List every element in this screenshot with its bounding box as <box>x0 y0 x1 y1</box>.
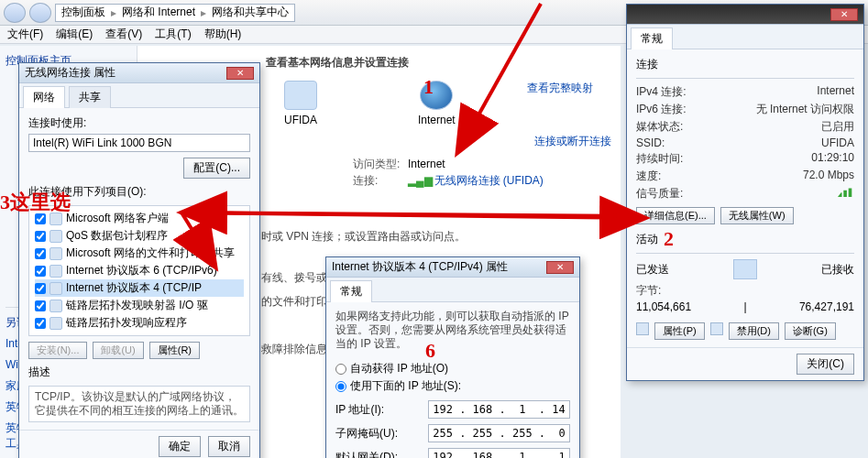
bytes-label: 字节: <box>636 283 661 299</box>
close-icon[interactable]: ✕ <box>226 67 254 80</box>
breadcrumb[interactable]: 控制面板▸ 网络和 Internet▸ 网络和共享中心 <box>55 4 295 22</box>
monitor-icon <box>733 259 757 279</box>
ssid-label: SSID: <box>636 136 665 149</box>
desc-box: TCP/IP。该协议是默认的广域网络协议，它提供在不同的相互连接的网络上的通讯。 <box>28 386 250 422</box>
item-1[interactable]: QoS 数据包计划程序 <box>66 228 168 244</box>
nav-back-button[interactable] <box>4 3 26 23</box>
ipv6-value: 无 Internet 访问权限 <box>756 102 854 117</box>
properties-button[interactable]: 属性(R) <box>149 342 200 359</box>
full-map-link[interactable]: 查看完整映射 <box>527 81 593 96</box>
status-conn-head: 连接 <box>636 57 854 72</box>
chk-2[interactable] <box>35 248 46 259</box>
item-2[interactable]: Microsoft 网络的文件和打印机共享 <box>66 245 235 261</box>
annotation-3: 3这里选 <box>0 189 71 216</box>
tab-general-ipv4[interactable]: 常规 <box>330 280 372 302</box>
ssid-value: UFIDA <box>821 136 854 149</box>
manual-ip-label[interactable]: 使用下面的 IP 地址(S): <box>350 378 461 394</box>
shield-icon-2 <box>710 322 723 335</box>
recv-label: 已接收 <box>821 262 854 278</box>
signal-bars-icon <box>838 186 854 197</box>
item-3[interactable]: Internet 协议版本 6 (TCP/IPv6) <box>66 263 217 278</box>
chk-6[interactable] <box>35 318 46 329</box>
lltd2-icon <box>49 317 62 330</box>
disable-button[interactable]: 禁用(D) <box>729 322 779 340</box>
access-type-value: Internet <box>408 158 445 170</box>
close-icon[interactable]: ✕ <box>546 261 574 274</box>
conn-link[interactable]: 连接或断开连接 <box>534 134 611 149</box>
ipv4-icon <box>49 282 62 295</box>
annotation-1: 1 <box>423 75 434 99</box>
radio-auto-ip[interactable] <box>335 364 346 375</box>
mask-field[interactable] <box>428 424 570 442</box>
ipv4-value: Internet <box>817 84 854 100</box>
qos-icon <box>49 230 62 243</box>
wireless-props-button[interactable]: 无线属性(W) <box>720 207 794 224</box>
dur-value: 01:29:10 <box>811 151 854 167</box>
item-5[interactable]: 链路层拓扑发现映射器 I/O 驱 <box>66 298 208 313</box>
menu-tools[interactable]: 工具(T) <box>155 27 191 42</box>
chk-5[interactable] <box>35 300 46 311</box>
media-label: 媒体状态: <box>636 119 683 135</box>
item-6[interactable]: 链路层拓扑发现响应程序 <box>66 315 187 331</box>
adapter-field[interactable] <box>28 134 250 152</box>
tab-network[interactable]: 网络 <box>23 86 65 108</box>
install-button[interactable]: 安装(N)... <box>28 342 87 359</box>
item-4[interactable]: Internet 协议版本 4 (TCP/IP <box>66 280 202 296</box>
annotation-2: 2 <box>664 227 674 251</box>
media-value: 已启用 <box>821 119 854 135</box>
configure-button[interactable]: 配置(C)... <box>183 158 250 179</box>
close-icon[interactable]: ✕ <box>830 8 858 21</box>
status-props-button[interactable]: 属性(P) <box>654 322 705 340</box>
vpn-text: 时或 VPN 连接；或设置路由器或访问点。 <box>261 229 466 245</box>
radio-manual-ip[interactable] <box>335 381 346 392</box>
spd-label: 速度: <box>636 169 661 184</box>
details-button[interactable]: 详细信息(E)... <box>636 207 715 224</box>
ipv4-label: IPv4 连接: <box>636 84 687 100</box>
spd-value: 72.0 Mbps <box>803 169 854 184</box>
chk-1[interactable] <box>35 231 46 242</box>
gateway-field[interactable] <box>428 448 570 458</box>
nav-fwd-button[interactable] <box>29 3 51 23</box>
node-internet: Internet <box>418 114 456 126</box>
menu-edit[interactable]: 编辑(E) <box>56 27 93 42</box>
menu-help[interactable]: 帮助(H) <box>204 27 242 42</box>
section-title: 查看基本网络信息并设置连接 <box>266 55 409 71</box>
menu-file[interactable]: 文件(F) <box>7 27 43 42</box>
mask-label: 子网掩码(U): <box>335 426 428 442</box>
breadcrumb-b[interactable]: 网络和 Internet <box>122 5 195 20</box>
access-type-label: 访问类型: <box>353 156 408 172</box>
tab-general-status[interactable]: 常规 <box>631 27 673 49</box>
uninstall-button[interactable]: 卸载(U) <box>93 342 143 359</box>
sent-value: 11,054,661 <box>636 300 691 313</box>
ipv4-blurb: 如果网络支持此功能，则可以获取自动指派的 IP 设置。否则，您需要从网络系统管理… <box>335 310 570 351</box>
breadcrumb-a[interactable]: 控制面板 <box>61 5 105 20</box>
breadcrumb-c[interactable]: 网络和共享中心 <box>212 5 289 20</box>
chk-4[interactable] <box>35 283 46 294</box>
signal-icon: ▂▄▆ <box>408 174 433 187</box>
auto-ip-label[interactable]: 自动获得 IP 地址(O) <box>350 361 448 376</box>
sent-label: 已发送 <box>636 262 669 278</box>
pc-icon <box>284 81 317 110</box>
item-0[interactable]: Microsoft 网络客户端 <box>66 211 169 226</box>
conn-label: 连接: <box>353 172 408 189</box>
close-button[interactable]: 关闭(C) <box>797 354 854 375</box>
ip-addr-label: IP 地址(I): <box>335 402 428 418</box>
conn-value-link[interactable]: 无线网络连接 (UFIDA) <box>434 174 544 187</box>
node-ufida: UFIDA <box>284 114 317 126</box>
ipv4-title: Internet 协议版本 4 (TCP/IPv4) 属性 <box>332 259 508 275</box>
recv-value: 76,427,191 <box>799 300 854 313</box>
gateway-label: 默认网关(D): <box>335 450 428 459</box>
share-icon <box>49 247 62 260</box>
chk-3[interactable] <box>35 266 46 277</box>
protocol-list: Microsoft 网络客户端 QoS 数据包计划程序 Microsoft 网络… <box>28 205 250 336</box>
ipv6-label: IPv6 连接: <box>636 102 687 117</box>
cancel-button[interactable]: 取消 <box>208 436 250 457</box>
tab-share[interactable]: 共享 <box>69 86 111 108</box>
menu-view[interactable]: 查看(V) <box>105 27 142 42</box>
ok-button[interactable]: 确定 <box>159 436 201 457</box>
ip-addr-field[interactable] <box>428 400 570 419</box>
ipv6-icon <box>49 265 62 278</box>
diag-button[interactable]: 诊断(G) <box>785 322 836 340</box>
desc-label: 描述 <box>28 365 250 380</box>
annotation-6: 6 <box>425 339 435 363</box>
